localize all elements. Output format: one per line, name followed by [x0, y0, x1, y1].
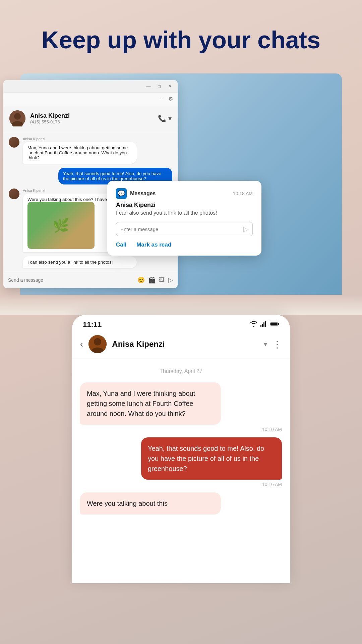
message-bubble-received: Max, Yuna and I were thinking about gett… [23, 142, 137, 164]
maximize-button[interactable]: □ [156, 83, 163, 90]
message-input[interactable] [8, 277, 135, 283]
sender-avatar [9, 137, 19, 148]
back-button[interactable]: ‹ [80, 339, 83, 350]
date-divider: Thursday, April 27 [80, 366, 282, 377]
phone-bubble-received: Max, Yuna and I were thinking about gett… [80, 382, 221, 425]
notification-header: 💬 Messages 10:18 AM [116, 188, 253, 199]
signal-icon [260, 321, 267, 329]
app-icon: 💬 [116, 188, 127, 199]
input-icons: 😊 🎬 🖼 ▷ [137, 276, 173, 284]
hero-title: Keep up with your chats [0, 0, 362, 67]
desktop-area: — □ ✕ ··· ⚙ Anisa Kipenzi (415) 555-0176… [0, 67, 362, 295]
window-toolbar: ··· ⚙ [3, 93, 178, 105]
svg-rect-6 [265, 321, 266, 327]
phone-message-sent: Yeah, that sounds good to me! Also, do y… [80, 437, 282, 487]
phone-message-partial: Were you talking about this [80, 492, 282, 515]
call-action-button[interactable]: Call [116, 241, 126, 248]
gif-icon[interactable]: 🎬 [148, 276, 156, 284]
phone-bubble-sent: Yeah, that sounds good to me! Also, do y… [141, 437, 282, 480]
svg-rect-8 [278, 323, 279, 325]
svg-rect-3 [260, 325, 261, 327]
app-row: 💬 Messages [116, 188, 156, 199]
svg-rect-9 [270, 322, 278, 325]
mark-as-read-button[interactable]: Mark as read [136, 241, 171, 248]
notification-actions: Call Mark as read [116, 241, 253, 248]
phone-msg-time-received: 10:10 AM [80, 427, 282, 432]
phone-header: ‹ Anisa Kipenzi ▾ ⋮ [72, 332, 290, 359]
notification-time: 10:18 AM [233, 191, 253, 196]
svg-rect-5 [263, 322, 264, 327]
phone-message-received: Max, Yuna and I were thinking about gett… [80, 382, 282, 432]
window-titlebar: — □ ✕ [3, 80, 178, 93]
close-button[interactable]: ✕ [166, 83, 174, 90]
emoji-icon[interactable]: 😊 [137, 276, 145, 284]
message-row: Anisa Kipenzi Max, Yuna and I were think… [9, 137, 172, 164]
phone-bubble-partial: Were you talking about this [80, 492, 221, 515]
sender-avatar [9, 189, 19, 199]
contact-name: Anisa Kipenzi [30, 112, 153, 119]
message-bubble-received-last: I can also send you a link to all the ph… [23, 256, 137, 268]
status-bar: 11:11 [72, 315, 290, 332]
phone-chat: Thursday, April 27 Max, Yuna and I were … [72, 359, 290, 521]
contact-info: Anisa Kipenzi (415) 555-0176 [30, 112, 153, 124]
phone-contact-name: Anisa Kipenzi [112, 339, 258, 349]
notification-input-row: ▷ [116, 222, 253, 236]
notification-send-button[interactable]: ▷ [243, 225, 248, 233]
sender-name: Anisa Kipenzi [23, 137, 137, 141]
image-icon[interactable]: 🖼 [159, 276, 165, 284]
transition-area [0, 295, 362, 315]
send-icon[interactable]: ▷ [168, 276, 173, 284]
avatar [9, 110, 25, 126]
greenhouse-image: 🌿 [27, 202, 95, 249]
contact-phone: (415) 555-0176 [30, 119, 153, 124]
svg-rect-4 [262, 324, 263, 327]
call-button[interactable]: 📞 ▾ [158, 114, 172, 122]
status-time: 11:11 [83, 320, 102, 329]
chevron-down-icon: ▾ [264, 340, 267, 348]
svg-point-11 [94, 338, 101, 345]
phone-mockup: 11:11 [72, 315, 290, 583]
battery-icon [270, 321, 279, 328]
more-icon: ··· [159, 96, 163, 102]
settings-icon: ⚙ [168, 96, 173, 102]
notification-sender: Anisa Kipenzi [116, 202, 253, 209]
phone-msg-time-sent: 10:16 AM [262, 482, 282, 487]
app-name: Messages [130, 191, 156, 197]
svg-point-1 [14, 113, 21, 120]
notification-popup: 💬 Messages 10:18 AM Anisa Kipenzi I can … [107, 181, 261, 256]
minimize-button[interactable]: — [145, 83, 152, 90]
notification-message: I can also send you a link to all the ph… [116, 210, 253, 216]
contact-header: Anisa Kipenzi (415) 555-0176 📞 ▾ [3, 105, 178, 132]
message-input-area: 😊 🎬 🖼 ▷ [3, 273, 178, 287]
wifi-icon [250, 321, 258, 329]
notification-reply-input[interactable] [120, 226, 243, 232]
status-icons [250, 321, 279, 329]
phone-avatar [88, 335, 107, 353]
message-row-last: I can also send you a link to all the ph… [9, 256, 172, 268]
more-options-button[interactable]: ⋮ [273, 339, 282, 350]
